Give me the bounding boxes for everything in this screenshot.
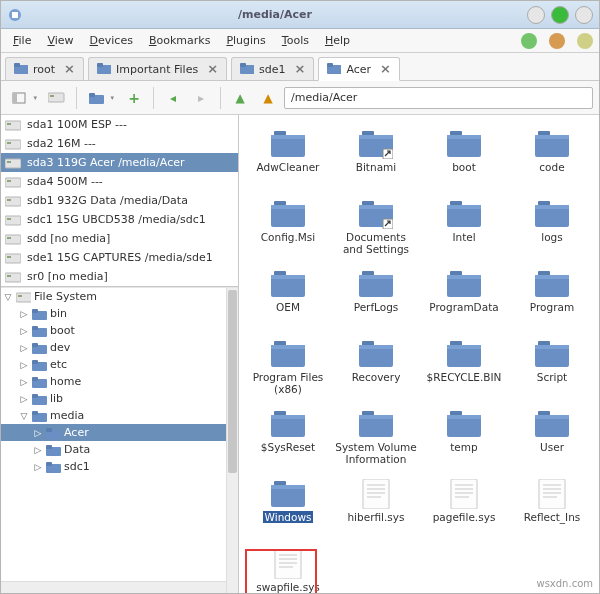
tree-row[interactable]: ▷home [1,373,238,390]
folder-item[interactable]: Script [509,337,595,407]
expander-icon[interactable]: ▽ [3,292,13,302]
device-button[interactable] [45,86,69,110]
folder-item[interactable]: Intel [421,197,507,267]
tree-row[interactable]: ▷dev [1,339,238,356]
device-row[interactable]: sda2 16M --- [1,134,238,153]
folder-item[interactable]: $SysReset [245,407,331,477]
tab-close-icon[interactable]: × [380,64,391,74]
tree-row[interactable]: ▷Data [1,441,238,458]
expander-icon[interactable]: ▷ [19,326,29,336]
tab-acer[interactable]: Acer× [318,57,400,81]
tab-close-icon[interactable]: × [207,64,218,74]
file-item[interactable]: Reflect_Ins [509,477,595,547]
file-icon [273,549,303,579]
menu-plugins[interactable]: Plugins [220,32,271,49]
tree-row[interactable]: ▷sdc1 [1,458,238,475]
tree-row[interactable]: ▷bin [1,305,238,322]
menu-file[interactable]: File [7,32,37,49]
item-label: pagefile.sys [433,511,496,523]
menu-view[interactable]: View [41,32,79,49]
tree-row[interactable]: ▷etc [1,356,238,373]
folder-item[interactable]: Windows [245,477,331,547]
tree-row[interactable]: ▷boot [1,322,238,339]
folder-icon [271,129,305,159]
tree-scrollbar-horizontal[interactable] [1,581,226,593]
indicator-green[interactable] [521,33,537,49]
device-row[interactable]: sr0 [no media] [1,267,238,286]
expander-icon[interactable]: ▷ [33,462,43,472]
tree-row[interactable]: ▽media [1,407,238,424]
window-maximize-button[interactable] [551,6,569,24]
tab-root[interactable]: root× [5,57,84,80]
expander-icon[interactable]: ▷ [19,360,29,370]
window-close-button[interactable] [575,6,593,24]
folder-item[interactable]: boot [421,127,507,197]
folder-item[interactable]: Recovery [333,337,419,407]
device-row[interactable]: sda3 119G Acer /media/Acer [1,153,238,172]
menu-help[interactable]: Help [319,32,356,49]
folder-item[interactable]: Bitnami [333,127,419,197]
back-button[interactable]: ◂ [161,86,185,110]
indicator-yellow[interactable] [577,33,593,49]
device-row[interactable]: sda1 100M ESP --- [1,115,238,134]
tree-label: etc [50,358,67,371]
refresh-alt-button[interactable]: ▲ [256,86,280,110]
expander-icon[interactable]: ▷ [19,394,29,404]
folder-item[interactable]: temp [421,407,507,477]
device-row[interactable]: sdb1 932G Data /media/Data [1,191,238,210]
folder-item[interactable]: PerfLogs [333,267,419,337]
path-bar[interactable]: /media/Acer [284,87,593,109]
folder-icon [271,199,305,229]
expander-icon[interactable]: ▽ [19,411,29,421]
expander-icon[interactable]: ▷ [33,428,43,438]
path-text: /media/Acer [291,91,357,104]
device-row[interactable]: sdd [no media] [1,229,238,248]
device-row[interactable]: sdc1 15G UBCD538 /media/sdc1 [1,210,238,229]
indicator-orange[interactable] [549,33,565,49]
folder-item[interactable]: AdwCleaner [245,127,331,197]
tree-scrollbar-vertical[interactable] [226,288,238,593]
folder-item[interactable]: logs [509,197,595,267]
expander-icon[interactable]: ▷ [33,445,43,455]
forward-button[interactable]: ▸ [189,86,213,110]
side-panel-toggle[interactable] [7,86,41,110]
folder-item[interactable]: Program [509,267,595,337]
tree-row[interactable]: ▽File System [1,288,238,305]
tree-row[interactable]: ▷Acer [1,424,238,441]
folder-item[interactable]: ProgramData [421,267,507,337]
expander-icon[interactable]: ▷ [19,377,29,387]
device-row[interactable]: sde1 15G CAPTURES /media/sde1 [1,248,238,267]
new-folder-button[interactable] [84,86,118,110]
folder-item[interactable]: code [509,127,595,197]
menu-bookmarks[interactable]: Bookmarks [143,32,216,49]
tab-close-icon[interactable]: × [64,64,75,74]
tree-row[interactable]: ▷lib [1,390,238,407]
file-item[interactable]: pagefile.sys [421,477,507,547]
folder-item[interactable]: $RECYCLE.BIN [421,337,507,407]
device-row[interactable]: sda4 500M --- [1,172,238,191]
file-pane: AdwCleanerBitnamibootcodeConfig.MsiDocum… [239,115,599,593]
up-button[interactable]: ▲ [228,86,252,110]
tab-sde1[interactable]: sde1× [231,57,314,80]
tab-important-files[interactable]: Important Files× [88,57,227,80]
window-minimize-button[interactable] [527,6,545,24]
folder-item[interactable]: User [509,407,595,477]
folder-item[interactable]: OEM [245,267,331,337]
folder-item[interactable]: Config.Msi [245,197,331,267]
folder-item[interactable]: System Volume Information [333,407,419,477]
file-item[interactable]: hiberfil.sys [333,477,419,547]
add-button[interactable]: + [122,86,146,110]
folder-item[interactable]: Program Files (x86) [245,337,331,407]
menu-devices[interactable]: Devices [84,32,139,49]
folder-icon [359,409,393,439]
expander-icon[interactable]: ▷ [19,309,29,319]
menu-tools[interactable]: Tools [276,32,315,49]
item-label: hiberfil.sys [347,511,404,523]
file-item[interactable]: swapfile.sys [245,547,331,593]
folder-icon [32,376,47,388]
tree-label: boot [50,324,75,337]
folder-item[interactable]: Documents and Settings [333,197,419,267]
expander-icon[interactable]: ▷ [19,343,29,353]
item-label: code [539,161,564,173]
tab-close-icon[interactable]: × [295,64,306,74]
